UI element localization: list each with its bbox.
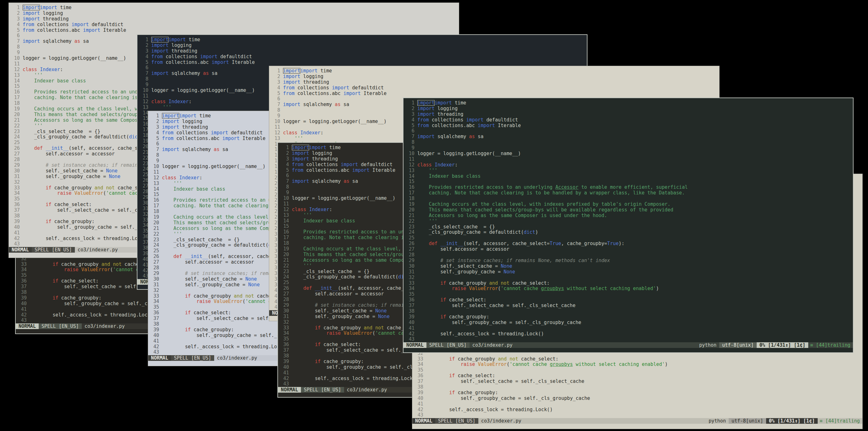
syntax-token: time — [57, 5, 72, 10]
code-text: from collections import defaultdict — [151, 54, 252, 60]
line-number: 28 — [406, 252, 414, 258]
line-number: 22 — [281, 263, 289, 269]
terminal-window-8[interactable]: 1importimport time2import logging3import… — [403, 97, 854, 353]
line-number: 12 — [151, 175, 159, 181]
syntax-token: not — [113, 261, 121, 267]
code-text: ''' — [292, 263, 312, 269]
syntax-token: ''' — [162, 231, 182, 237]
syntax-token: : — [320, 130, 323, 135]
line-number: 5 — [272, 91, 280, 97]
code-text: import logging — [417, 106, 458, 112]
syntax-token — [162, 299, 196, 304]
syntax-token: cache_groupby — [446, 280, 489, 286]
line-number: 6 — [140, 65, 149, 71]
line-number: 14 — [406, 174, 414, 179]
syntax-token: defaultdict — [349, 85, 384, 91]
code-line: 18 — [406, 196, 853, 202]
syntax-token: from — [162, 135, 174, 141]
line-number: 43 — [415, 412, 423, 418]
line-number: 2 — [406, 106, 414, 112]
code-text: from collections import defaultdict — [283, 85, 384, 91]
line-number: 31 — [151, 282, 159, 288]
line-number: 42 — [281, 376, 289, 381]
cursor: import — [283, 68, 300, 73]
line-number: 6 — [11, 33, 20, 39]
line-number: 14 — [11, 78, 20, 84]
line-number: 21 — [140, 150, 149, 155]
line-number: 34 — [18, 267, 27, 273]
syntax-token: self._groupby_cache = — [162, 282, 248, 287]
syntax-token — [306, 207, 309, 212]
code-line: 38 — [415, 384, 862, 390]
syntax-token: sqlalchemy — [300, 102, 335, 107]
line-number: 43 — [151, 349, 159, 355]
code-text: Accessors so long as the same Composer i… — [417, 213, 607, 219]
code-text: if cache_select: — [23, 202, 92, 208]
line-number: 26 — [151, 254, 159, 259]
code-text: _cls_groupby_cache = defaultdict(dict) — [162, 243, 283, 248]
line-number: 10 — [140, 88, 149, 93]
line-number: 12 — [406, 162, 414, 168]
line-number: 19 — [11, 106, 20, 112]
cursor: import — [23, 5, 40, 10]
line-number: 42 — [151, 344, 159, 350]
syntax-token: raise — [327, 330, 341, 336]
spell-indicator: SPELL [EN_US] — [301, 387, 344, 393]
line-number: 11 — [151, 170, 159, 175]
line-number: 33 — [151, 294, 159, 299]
syntax-token — [243, 293, 245, 299]
code-line: 24 _cls_groupby_cache = defaultdict(dict… — [406, 230, 853, 235]
line-number: 32 — [140, 212, 149, 217]
syntax-token: logging — [40, 10, 63, 16]
syntax-token: 'cannot cache — [501, 286, 541, 291]
syntax-token: def — [304, 285, 312, 291]
code-text: # set instance caches; if remains None, … — [417, 258, 610, 264]
line-number: 16 — [406, 185, 414, 190]
line-number: 16 — [140, 121, 149, 127]
syntax-token — [211, 299, 214, 304]
line-number: 4 — [11, 22, 20, 28]
line-number: 30 — [11, 168, 20, 174]
code-line: 20 This means that cached selects/group-… — [406, 207, 853, 213]
list-icon: ≡ — [810, 342, 813, 348]
syntax-token: collections.abc — [295, 91, 343, 96]
line-number: 3 — [406, 112, 414, 117]
code-text: if cache_select: — [30, 278, 98, 284]
syntax-token: __init__ — [185, 253, 208, 259]
line-number: 26 — [140, 178, 149, 183]
syntax-token: import — [352, 167, 370, 173]
code-text: from collections import defaultdict — [292, 162, 393, 168]
syntax-token: logging — [179, 119, 202, 124]
line-number: 25 — [281, 280, 289, 286]
line-number: 9 — [281, 190, 289, 196]
syntax-token: from — [292, 167, 304, 173]
line-number: 21 — [281, 258, 289, 263]
syntax-token: and — [101, 261, 110, 267]
syntax-token: ValueError — [469, 286, 498, 291]
syntax-token: import — [283, 73, 300, 79]
cursor: import — [292, 145, 309, 150]
line-number: 18 — [406, 196, 414, 202]
line-number: 7 — [11, 39, 20, 44]
syntax-token: import — [332, 85, 349, 91]
syntax-token: not — [375, 325, 384, 331]
syntax-token: Iterable — [370, 167, 395, 173]
line-number: 15 — [151, 192, 159, 197]
line-number: 40 — [281, 365, 289, 370]
code-line: 14 Indexer base class — [406, 174, 853, 179]
line-number: 6 — [151, 141, 159, 147]
line-number: 33 — [18, 262, 27, 268]
code-line: 37 self._select_cache = self._cls_select… — [406, 303, 853, 309]
syntax-token — [341, 330, 343, 336]
code-text: import sqlalchemy as sa — [162, 147, 228, 153]
code-text: ''' — [162, 181, 182, 187]
syntax-token: True — [607, 241, 619, 246]
syntax-token: import — [343, 91, 361, 96]
code-text: import threading — [283, 80, 329, 85]
line-number: 11 — [140, 93, 149, 99]
line-number: 4 — [272, 85, 280, 91]
syntax-token: sa — [209, 70, 217, 76]
syntax-token: import — [151, 70, 168, 76]
spell-indicator: SPELL [EN_US] — [427, 342, 469, 348]
line-number: 39 — [18, 296, 27, 301]
